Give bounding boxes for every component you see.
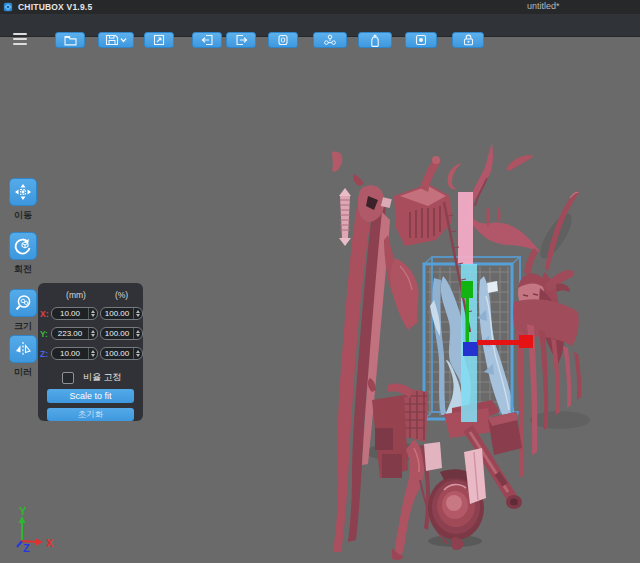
settings-lock-button[interactable]: [452, 32, 484, 48]
axis-triad: Y X Z: [17, 505, 54, 554]
app-title: CHITUBOX V1.9.5: [18, 2, 92, 12]
z-mm-field[interactable]: [51, 347, 98, 360]
gizmo-y-axis[interactable]: [466, 298, 470, 344]
open-file-icon: [64, 35, 77, 46]
export-model-button[interactable]: [226, 32, 256, 48]
gizmo-center-handle[interactable]: [463, 342, 478, 356]
y-percent-input[interactable]: [101, 329, 133, 338]
scale-row-y: Y:: [38, 327, 143, 340]
lock-ratio-label: 비율 고정: [83, 371, 122, 384]
resin-bottle-icon: [370, 34, 380, 47]
x-mm-input[interactable]: [52, 309, 88, 318]
z-mm-stepper[interactable]: [88, 348, 97, 359]
scale-panel: (mm) (%) X: Y: Z:: [38, 283, 143, 421]
rotate-tool-button[interactable]: [9, 232, 37, 260]
move-tool-label: 이동: [6, 209, 40, 222]
rotate-icon: [14, 237, 32, 255]
mm-column-header: (mm): [38, 290, 100, 300]
sidebar-item-rotate: 회전: [6, 232, 40, 276]
save-file-button[interactable]: [98, 32, 134, 48]
z-mm-input[interactable]: [52, 349, 88, 358]
clone-model-button[interactable]: [268, 32, 298, 48]
scale-row-x: X:: [38, 307, 143, 320]
menu-icon[interactable]: [13, 33, 27, 45]
import-model-button[interactable]: [192, 32, 222, 48]
y-mm-field[interactable]: [51, 327, 98, 340]
x-percent-input[interactable]: [101, 309, 133, 318]
reset-button[interactable]: 초기화: [47, 408, 134, 421]
axis-y-label: Y: [19, 505, 27, 517]
mirror-tool-button[interactable]: [9, 335, 37, 363]
scale-to-fit-button[interactable]: Scale to fit: [47, 389, 134, 403]
x-percent-stepper[interactable]: [133, 308, 142, 319]
scale-tool-label: 크기: [6, 320, 40, 333]
main-toolbar: [0, 14, 640, 37]
chitubox-logo-icon: [3, 2, 13, 12]
save-file-icon: [105, 34, 127, 46]
rotate-tool-label: 회전: [6, 263, 40, 276]
x-mm-stepper[interactable]: [88, 308, 97, 319]
sidebar-item-scale: 크기: [6, 289, 40, 333]
screenshot-icon: [153, 34, 165, 46]
y-mm-input[interactable]: [52, 329, 88, 338]
axis-x-label: X: [46, 537, 54, 549]
slice-icon: [415, 34, 427, 46]
z-percent-input[interactable]: [101, 349, 133, 358]
axis-z-label: Z: [23, 542, 30, 554]
y-axis-label: Y:: [40, 329, 49, 339]
x-axis-label: X:: [40, 309, 49, 319]
sidebar-item-move: 이동: [6, 178, 40, 222]
mirror-icon: [14, 340, 32, 358]
x-percent-field[interactable]: [100, 307, 143, 320]
gizmo-x-axis[interactable]: [477, 340, 521, 345]
import-model-icon: [201, 34, 214, 46]
scale-icon: [14, 294, 32, 312]
gizmo-pink-bar[interactable]: [458, 192, 473, 264]
lock-ratio-checkbox[interactable]: [62, 372, 74, 384]
document-title: untitled*: [527, 1, 560, 11]
y-percent-stepper[interactable]: [133, 328, 142, 339]
screenshot-button[interactable]: [144, 32, 174, 48]
mirror-tool-label: 미러: [6, 366, 40, 379]
z-axis-label: Z:: [40, 349, 49, 359]
y-percent-field[interactable]: [100, 327, 143, 340]
support-icon: [323, 34, 337, 46]
gizmo-y-scale-handle[interactable]: [461, 281, 473, 298]
lock-icon: [463, 34, 474, 46]
move-tool-button[interactable]: [9, 178, 37, 206]
title-bar: CHITUBOX V1.9.5 untitled*: [0, 0, 640, 14]
z-percent-stepper[interactable]: [133, 348, 142, 359]
z-percent-field[interactable]: [100, 347, 143, 360]
resin-button[interactable]: [358, 32, 392, 48]
scale-tool-button[interactable]: [9, 289, 37, 317]
y-mm-stepper[interactable]: [88, 328, 97, 339]
scale-row-z: Z:: [38, 347, 143, 360]
lock-ratio-row: 비율 고정: [62, 371, 143, 384]
sidebar-item-mirror: 미러: [6, 335, 40, 379]
percent-column-header: (%): [100, 290, 143, 300]
gizmo-x-scale-handle[interactable]: [519, 335, 533, 348]
export-model-icon: [235, 34, 248, 46]
slice-button[interactable]: [405, 32, 437, 48]
clone-model-icon: [277, 34, 289, 46]
x-mm-field[interactable]: [51, 307, 98, 320]
move-icon: [14, 183, 32, 201]
open-file-button[interactable]: [55, 32, 85, 48]
support-button[interactable]: [313, 32, 347, 48]
